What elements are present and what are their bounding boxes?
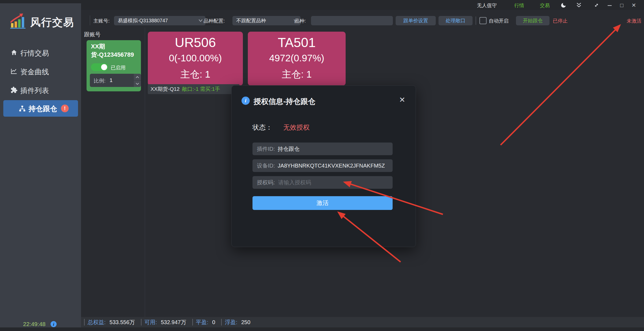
statusbar-divider bbox=[192, 319, 193, 325]
home-icon bbox=[10, 49, 18, 56]
statusbar-divider bbox=[84, 319, 85, 325]
auto-start-checkbox[interactable] bbox=[479, 17, 487, 24]
auth-code-label: 授权码: bbox=[257, 179, 275, 186]
card-quote: 0(-100.00%) bbox=[148, 53, 243, 64]
plugin-id-value: 持仓跟仓 bbox=[278, 145, 300, 153]
card-quote: 4972(0.97%) bbox=[248, 53, 346, 64]
theme-moon-icon[interactable] bbox=[560, 2, 567, 9]
floating-pnl-value: 250 bbox=[241, 319, 250, 325]
toggle-knob bbox=[101, 64, 107, 70]
warning-badge-icon: ! bbox=[61, 105, 69, 112]
puzzle-icon bbox=[10, 86, 18, 94]
time-info-icon[interactable]: i bbox=[51, 321, 57, 327]
toolbar-left-divider bbox=[90, 15, 90, 25]
device-id-label: 设备ID: bbox=[257, 162, 275, 169]
variety-config-select[interactable]: 不跟配置品种 bbox=[232, 16, 301, 25]
statusbar-divider bbox=[141, 319, 141, 325]
chevron-up-icon bbox=[136, 76, 139, 78]
panel-divider bbox=[145, 28, 145, 317]
info-icon: i bbox=[241, 97, 250, 105]
sidebar-item-plugin-list[interactable]: 插件列表 bbox=[0, 85, 81, 96]
ratio-value: 1 bbox=[110, 77, 113, 83]
total-equity-value: 533.556万 bbox=[110, 319, 135, 326]
card-symbol: TA501 bbox=[248, 35, 346, 50]
window-bottom-edge bbox=[0, 327, 644, 331]
variety-label: 品种: bbox=[295, 18, 306, 24]
ratio-stepper bbox=[134, 74, 141, 87]
card-main-position: 主仓: 1 bbox=[148, 68, 243, 81]
exposure-tooltip-detail: 敞口:-1 需买:1手 bbox=[182, 86, 220, 92]
follow-price-settings-button[interactable]: 跟单价设置 bbox=[396, 16, 436, 25]
inactive-status: 未激活 bbox=[627, 18, 642, 24]
stepper-down-button[interactable] bbox=[134, 81, 141, 87]
auth-code-field[interactable]: 授权码: bbox=[252, 176, 393, 189]
auth-code-input[interactable] bbox=[278, 179, 388, 186]
status-label: 状态： bbox=[252, 123, 272, 132]
clock-time: 22:49:48 bbox=[23, 321, 46, 327]
sidebar-item-fund-curve[interactable]: 资金曲线 bbox=[0, 67, 81, 78]
sidebar-item-market-trade[interactable]: 行情交易 bbox=[0, 48, 81, 59]
follow-account-name-line2: 货-Q123456789 bbox=[91, 51, 134, 59]
maximize-icon[interactable]: □ bbox=[618, 2, 625, 9]
auto-start-label: 自动开启 bbox=[489, 18, 509, 24]
app-logo-icon bbox=[9, 12, 27, 29]
app-title: 风行交易 bbox=[30, 15, 74, 29]
statusbar-divider bbox=[221, 319, 222, 325]
collapse-double-chevron-icon[interactable] bbox=[575, 2, 582, 9]
card-main-position: 主仓: 1 bbox=[248, 68, 346, 81]
chevron-down-icon bbox=[198, 19, 203, 22]
follow-account-name-line1: XX期 bbox=[91, 42, 105, 51]
tab-quote[interactable]: 行情 bbox=[514, 2, 524, 9]
card-symbol: UR506 bbox=[148, 35, 243, 50]
app-window: 无人值守 行情 交易 □ ✕ 风行交易 行情 bbox=[0, 0, 644, 331]
toolbar-divider bbox=[476, 17, 476, 25]
closed-pnl-value: 0 bbox=[212, 319, 215, 325]
follow-account-header: 跟账号 bbox=[84, 31, 101, 38]
exposure-tooltip-account: XX期货-Q12 bbox=[151, 86, 180, 92]
handle-exposure-button[interactable]: 处理敞口 bbox=[438, 16, 473, 25]
modal-close-icon[interactable]: ✕ bbox=[399, 95, 405, 104]
chevron-down-icon bbox=[136, 83, 139, 85]
exposure-tooltip: XX期货-Q12敞口:-1 需买:1手 bbox=[148, 84, 240, 94]
floating-pnl-label: 浮盈: bbox=[225, 319, 237, 326]
follow-account-card[interactable]: XX期 货-Q123456789 已启用 比例: 1 bbox=[87, 40, 141, 91]
total-equity-label: 总权益: bbox=[88, 319, 106, 326]
minimize-icon[interactable] bbox=[606, 2, 613, 9]
sitemap-icon bbox=[19, 105, 26, 112]
position-card-ta501[interactable]: TA501 4972(0.97%) 主仓: 1 bbox=[248, 32, 346, 86]
unattended-label[interactable]: 无人值守 bbox=[477, 2, 497, 9]
device-id-field: 设备ID: JA8YHBNRKQTC41KVXENK2JFNAKFM5Z bbox=[252, 159, 393, 172]
status-value: 无效授权 bbox=[283, 123, 310, 132]
authorization-modal: i 授权信息-持仓跟仓 ✕ 状态： 无效授权 插件ID: 持仓跟仓 设备ID: … bbox=[231, 85, 416, 247]
ratio-label: 比例: bbox=[94, 77, 106, 84]
stepper-up-button[interactable] bbox=[134, 74, 141, 80]
enabled-label: 已启用 bbox=[111, 64, 126, 71]
resize-expand-icon[interactable] bbox=[593, 2, 600, 9]
close-window-icon[interactable]: ✕ bbox=[630, 2, 637, 9]
tab-trade[interactable]: 交易 bbox=[540, 2, 550, 9]
position-card-ur506[interactable]: UR506 0(-100.00%) 主仓: 1 bbox=[148, 32, 243, 86]
variety-input[interactable] bbox=[311, 16, 393, 25]
closed-pnl-label: 平盈: bbox=[196, 319, 209, 326]
sidebar-item-position-follow[interactable]: 持仓跟仓 ! bbox=[3, 100, 78, 117]
device-id-value: JA8YHBNRKQTC41KVXENK2JFNAKFM5Z bbox=[278, 163, 385, 169]
available-label: 可用: bbox=[145, 319, 157, 326]
stopped-status: 已停止 bbox=[553, 18, 568, 24]
ratio-field[interactable]: 比例: 1 bbox=[90, 74, 141, 87]
plugin-id-label: 插件ID: bbox=[257, 145, 275, 153]
main-account-select[interactable]: 易盛模拟-Q313880747 bbox=[114, 16, 206, 25]
line-chart-icon bbox=[10, 68, 18, 75]
activate-button[interactable]: 激活 bbox=[252, 196, 393, 210]
main-account-label: 主账号: bbox=[93, 18, 110, 24]
start-follow-button[interactable]: 开始跟仓 bbox=[516, 16, 549, 25]
variety-config-label: 品种配置: bbox=[204, 18, 225, 24]
status-bar: 总权益: 533.556万 可用: 532.947万 平盈: 0 浮盈: 250 bbox=[81, 317, 644, 327]
modal-title: 授权信息-持仓跟仓 bbox=[254, 97, 315, 106]
available-value: 532.947万 bbox=[161, 319, 186, 326]
sidebar: 风行交易 行情交易 资金曲线 插件列表 持仓跟仓 ! 22:49:48 i bbox=[0, 3, 81, 327]
enabled-toggle[interactable] bbox=[91, 63, 108, 71]
plugin-id-field: 插件ID: 持仓跟仓 bbox=[252, 143, 393, 155]
